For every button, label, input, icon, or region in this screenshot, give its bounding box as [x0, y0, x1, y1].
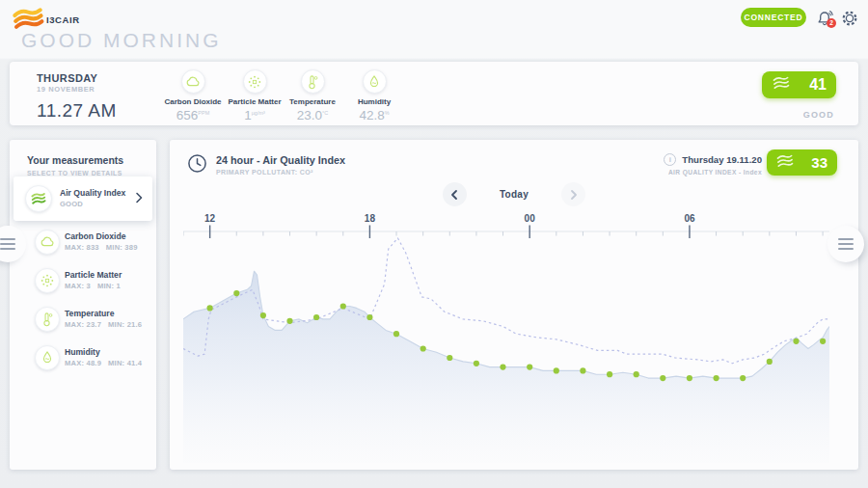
item-max: MAX: 833 [65, 243, 99, 252]
right-drawer-handle-hamburger-icon[interactable] [827, 226, 864, 262]
aqi-data-point[interactable] [366, 314, 372, 320]
metric-unit: % [385, 110, 390, 116]
date-label: 19 NOVEMBER [37, 85, 117, 94]
next-day-button[interactable] [561, 182, 585, 206]
aqi-24h-chart[interactable]: 12180006 [183, 212, 829, 466]
item-min: MIN: 389 [106, 243, 138, 252]
svg-text:12: 12 [204, 213, 216, 224]
chart-date-sublabel: AIR QUALITY INDEX - Index [664, 169, 762, 176]
item-detail: GOOD [60, 200, 90, 208]
item-label: Particle Matter [65, 270, 122, 280]
chart-title: 24 hour - Air Quality Index [216, 154, 345, 166]
aqi-data-point[interactable] [607, 371, 612, 377]
thermometer-icon [35, 307, 60, 332]
aqi-current-value: 33 [811, 154, 827, 171]
chevron-right-icon [134, 191, 144, 208]
sidebar-subtitle: SELECT TO VIEW DETAILS [27, 170, 122, 176]
aqi-data-point[interactable] [233, 290, 239, 296]
daily-summary-bar: THURSDAY 19 NOVEMBER 11.27 AM Carbon Dio… [10, 62, 858, 125]
item-min: MIN: 41.4 [108, 359, 142, 367]
aqi-data-point[interactable] [207, 305, 213, 311]
sidebar-item-air-quality-index[interactable]: Air Quality IndexGOOD [14, 176, 152, 221]
item-detail: MAX: 23.7MIN: 21.6 [65, 320, 149, 329]
aqi-data-point[interactable] [793, 339, 799, 344]
aqi-data-point[interactable] [580, 367, 585, 373]
aqi-data-point[interactable] [740, 375, 746, 381]
sidebar-item-humidity[interactable]: HumidityMAX: 48.9MIN: 41.4 [10, 339, 156, 377]
connected-status-button[interactable]: CONNECTED [741, 8, 806, 27]
sidebar-item-carbon-dioxide[interactable]: Carbon DioxideMAX: 833MIN: 389 [10, 223, 156, 261]
particles-icon [243, 69, 267, 94]
aqi-data-point[interactable] [474, 361, 479, 366]
weekday-label: THURSDAY [37, 72, 117, 84]
previous-day-button[interactable] [443, 182, 467, 206]
aqi-data-point[interactable] [393, 331, 399, 337]
aqi-data-point[interactable] [554, 367, 559, 373]
notifications-bell-icon[interactable]: 2 [816, 9, 837, 30]
cloud-icon [181, 69, 205, 94]
item-detail: MAX: 833MIN: 389 [65, 243, 145, 252]
sidebar-title: Your measurements [27, 154, 123, 166]
aqi-data-point[interactable] [634, 371, 639, 377]
metric-unit: µg/m³ [252, 110, 265, 116]
svg-text:00: 00 [525, 213, 536, 224]
item-status: GOOD [60, 200, 83, 208]
clock-icon [186, 152, 208, 175]
chart-date-label: Thursday 19.11.20 [682, 154, 762, 165]
aqi-data-point[interactable] [687, 375, 692, 381]
droplet-icon [363, 69, 387, 94]
date-nav-label: Today [500, 189, 529, 200]
metric-value: 42.8% [336, 108, 413, 122]
aqi-data-point[interactable] [340, 303, 346, 309]
thermometer-icon [301, 69, 325, 94]
sidebar-item-particle-matter[interactable]: Particle MatterMAX: 3MIN: 1 [10, 261, 156, 300]
measurements-sidebar: Your measurements SELECT TO VIEW DETAILS… [10, 140, 156, 470]
item-detail: MAX: 48.9MIN: 41.4 [65, 359, 149, 367]
aqi-data-point[interactable] [447, 355, 452, 361]
svg-text:06: 06 [684, 213, 695, 224]
item-max: MAX: 3 [65, 282, 91, 290]
item-min: MIN: 1 [97, 282, 121, 290]
aqi-data-point[interactable] [767, 359, 773, 365]
item-label: Humidity [65, 347, 100, 357]
item-label: Temperature [65, 309, 114, 318]
aqi-chart-panel: 24 hour - Air Quality Index PRIMARY POLL… [170, 140, 858, 470]
info-icon[interactable]: i [664, 153, 676, 166]
chart-subtitle: PRIMARY POLLUTANT: CO² [216, 169, 313, 176]
sidebar-item-temperature[interactable]: TemperatureMAX: 23.7MIN: 21.6 [10, 300, 156, 339]
aqi-daily-value: 41 [809, 76, 827, 94]
aqi-data-point[interactable] [820, 339, 826, 344]
item-label: Carbon Dioxide [65, 231, 126, 241]
item-label: Air Quality Index [60, 188, 125, 198]
cloud-icon [35, 230, 60, 255]
date-time-block: THURSDAY 19 NOVEMBER 11.27 AM [37, 72, 117, 122]
particles-icon [35, 268, 60, 293]
aqi-daily-badge: 41 [762, 71, 836, 98]
item-detail: MAX: 3MIN: 1 [65, 282, 127, 290]
aqi-current-badge: 33 [767, 149, 837, 176]
droplet-icon [35, 345, 60, 370]
item-max: MAX: 48.9 [65, 359, 101, 367]
aqi-waves-icon [774, 152, 796, 174]
aqi-data-point[interactable] [260, 312, 266, 318]
time-label: 11.27 AM [37, 100, 117, 122]
aqi-data-point[interactable] [714, 375, 719, 381]
brand-name: I3CAIR [46, 14, 80, 25]
aqi-data-point[interactable] [660, 375, 665, 381]
metric-unit: °C [322, 110, 328, 116]
aqi-data-point[interactable] [286, 318, 292, 324]
settings-gear-icon[interactable] [840, 9, 859, 28]
aqi-data-point[interactable] [313, 314, 319, 320]
metric-label: Humidity [336, 97, 413, 106]
notification-count-badge: 2 [827, 18, 836, 28]
aqi-waves-icon [771, 74, 792, 95]
dashboard-root: { "header": { "brand": "I3CAIR", "greeti… [0, 0, 868, 488]
aqi-data-point[interactable] [527, 365, 532, 370]
greeting-text: GOOD MORNING [21, 29, 222, 52]
aqi-data-point[interactable] [500, 365, 505, 370]
aqi-data-point[interactable] [420, 345, 426, 351]
metric-humidity: Humidity42.8% [336, 69, 413, 122]
chart-series [183, 238, 829, 463]
x-axis: 12180006 [183, 213, 829, 238]
svg-text:18: 18 [365, 213, 376, 224]
